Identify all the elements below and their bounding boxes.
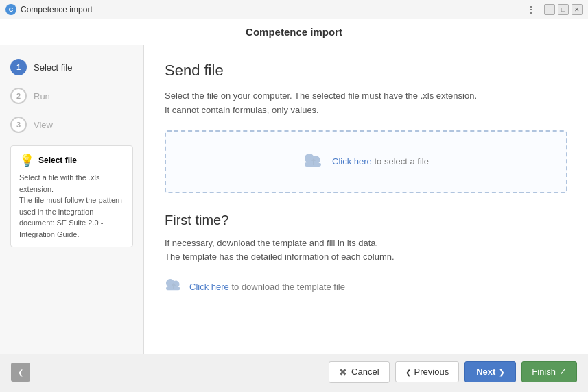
dialog-body: 1 Select file 2 Run 3 View 💡 Select file [0,45,588,354]
first-time-desc-line1: If necessary, download the template and … [165,238,378,248]
sidebar-toggle-button[interactable] [11,363,30,382]
finish-check-icon [559,367,567,377]
first-time-desc-line2: The template has the detailed informatio… [165,252,395,262]
step-item-2: 2 Run [10,88,133,104]
cancel-button[interactable]: ✖ Cancel [329,361,389,383]
info-box-title-text: Select file [38,156,77,165]
finish-button[interactable]: Finish [521,361,577,382]
title-bar-text: Competence import [21,5,93,14]
step-circle-2: 2 [10,88,27,104]
maximize-button[interactable]: □ [558,4,569,15]
menu-dots-icon[interactable]: ⋮ [526,4,536,15]
upload-link[interactable]: Click here [332,156,372,167]
step-label-3: View [34,120,53,130]
info-box-title: 💡 Select file [19,153,124,168]
window-controls: — □ ✕ [544,4,583,15]
lightbulb-icon: 💡 [19,153,34,168]
finish-label: Finish [532,367,556,377]
info-box-text: Select a file with the .xls extension. T… [19,172,124,240]
step-item-1: 1 Select file [10,59,133,75]
next-label: Next [476,367,495,377]
upload-box[interactable]: Click here to select a file [165,130,567,193]
footer-left [11,363,30,382]
download-suffix: to download the template file [231,282,345,292]
next-chevron-icon [499,367,504,377]
previous-button[interactable]: Previous [395,361,460,382]
chevron-left-icon [18,367,23,377]
next-button[interactable]: Next [464,361,516,382]
app-icon: C [5,4,16,15]
title-bar: C Competence import ⋮ — □ ✕ [0,0,588,19]
previous-label: Previous [414,367,449,377]
download-area: Click here to download the template file [165,277,567,296]
upload-text: Click here to select a file [332,156,429,167]
step-label-2: Run [34,91,50,101]
send-file-desc-line1: Select the file on your computer. The se… [165,90,477,101]
cancel-label: Cancel [351,367,379,377]
dialog-header: Competence import [0,19,588,45]
step-item-3: 3 View [10,117,133,133]
step-number-2: 2 [16,92,21,100]
first-time-desc: If necessary, download the template and … [165,236,567,265]
close-button[interactable]: ✕ [572,4,583,15]
download-text: Click here to download the template file [189,282,345,292]
upload-cloud-icon [303,151,324,173]
content-area: Send file Select the file on your comput… [144,45,588,354]
cancel-x-icon: ✖ [339,367,347,378]
info-box: 💡 Select file Select a file with the .xl… [10,145,133,247]
send-file-title: Send file [165,62,567,79]
first-time-title: First time? [165,212,567,228]
prev-chevron-icon [405,367,411,377]
step-number-1: 1 [16,63,21,71]
step-circle-1: 1 [10,59,27,75]
step-label-1: Select file [34,62,72,73]
step-circle-3: 3 [10,117,27,133]
title-bar-left: C Competence import [5,4,93,15]
upload-suffix: to select a file [374,156,429,167]
step-number-3: 3 [16,121,21,129]
dialog-title: Competence import [246,26,342,38]
footer: ✖ Cancel Previous Next Finish [0,354,588,389]
sidebar: 1 Select file 2 Run 3 View 💡 Select file [0,45,144,354]
download-link[interactable]: Click here [189,282,229,292]
minimize-button[interactable]: — [544,4,555,15]
send-file-desc: Select the file on your computer. The se… [165,89,567,118]
download-cloud-icon [165,277,183,296]
send-file-desc-line2: It cannot contain formulas, only values. [165,105,319,115]
footer-right: ✖ Cancel Previous Next Finish [329,361,577,383]
